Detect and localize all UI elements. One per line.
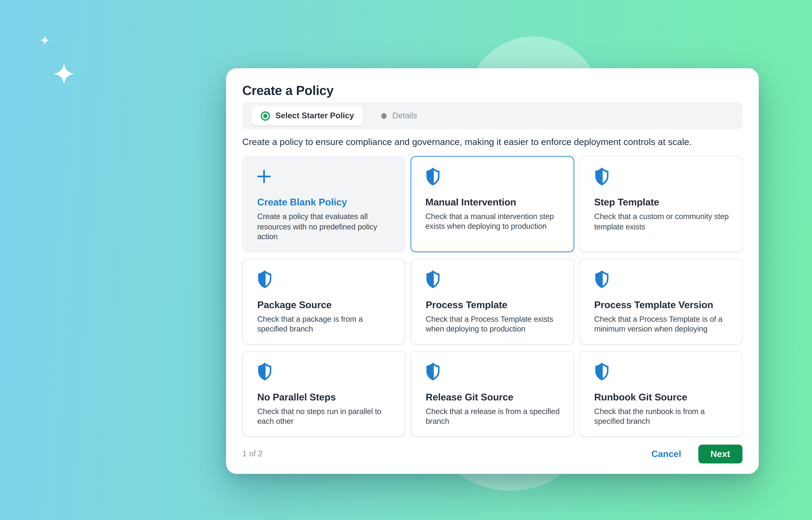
card-title: Manual Intervention — [425, 195, 561, 208]
stepper-step-details[interactable]: Details — [381, 111, 417, 120]
card-icon-slot — [257, 167, 392, 186]
page-indicator: 1 of 2 — [242, 449, 262, 458]
stepper-step-label: Details — [392, 111, 417, 120]
shield-icon — [594, 269, 609, 288]
shield-icon — [425, 167, 440, 186]
card-icon-slot — [425, 167, 561, 186]
modal-footer: 1 of 2 Cancel Next — [242, 444, 743, 466]
card-description: Check that a Process Template is of a mi… — [594, 314, 729, 334]
card-title: Release Git Source — [426, 390, 560, 403]
card-title: Process Template — [426, 298, 560, 310]
stepper: Select Starter Policy Details — [242, 102, 743, 129]
card-description: Check that the runbook is from a specifi… — [594, 407, 729, 427]
card-icon-slot — [426, 269, 560, 288]
card-icon-slot — [594, 167, 729, 186]
card-title: Process Template Version — [594, 298, 729, 310]
step-dot-icon — [381, 113, 387, 119]
card-description: Create a policy that evaluates all resou… — [257, 212, 392, 242]
shield-icon — [594, 362, 609, 381]
shield-icon — [594, 167, 609, 186]
policy-card-runbook-git-source[interactable]: Runbook Git Source Check that the runboo… — [579, 351, 743, 437]
card-title: No Parallel Steps — [257, 390, 392, 403]
policy-card-step-template[interactable]: Step Template Check that a custom or com… — [579, 156, 743, 252]
card-icon-slot — [257, 362, 392, 381]
create-policy-modal: Create a Policy Select Starter Policy De… — [226, 68, 759, 473]
shield-icon — [257, 269, 272, 288]
sparkle-icon — [53, 63, 75, 84]
policy-card-grid: Create Blank Policy Create a policy that… — [242, 156, 743, 437]
cancel-button[interactable]: Cancel — [651, 448, 681, 459]
card-icon-slot — [426, 362, 560, 381]
next-button[interactable]: Next — [698, 444, 743, 463]
card-description: Check that a package is from a specified… — [257, 314, 392, 334]
stepper-step-select-starter-policy[interactable]: Select Starter Policy — [251, 106, 363, 126]
card-description: Check that a manual intervention step ex… — [425, 212, 561, 232]
modal-title: Create a Policy — [242, 82, 743, 98]
card-description: Check that a release is from a specified… — [426, 407, 560, 427]
policy-card-release-git-source[interactable]: Release Git Source Check that a release … — [411, 351, 574, 437]
stepper-step-label: Select Starter Policy — [275, 111, 354, 120]
card-title: Create Blank Policy — [257, 196, 392, 208]
page-background: Create a Policy Select Starter Policy De… — [0, 0, 812, 520]
shield-icon — [426, 269, 441, 288]
card-title: Runbook Git Source — [594, 390, 729, 403]
policy-card-no-parallel-steps[interactable]: No Parallel Steps Check that no steps ru… — [242, 351, 405, 437]
shield-icon — [257, 362, 272, 381]
policy-card-manual-intervention[interactable]: Manual Intervention Check that a manual … — [411, 156, 574, 252]
radio-selected-icon — [260, 111, 270, 121]
card-icon-slot — [257, 269, 392, 288]
card-description: Check that no steps run in parallel to e… — [257, 407, 392, 427]
sparkle-icon — [40, 36, 49, 45]
card-title: Step Template — [594, 196, 729, 208]
policy-card-process-template[interactable]: Process Template Check that a Process Te… — [411, 258, 574, 344]
modal-description: Create a policy to ensure compliance and… — [242, 136, 743, 148]
card-title: Package Source — [257, 298, 392, 310]
policy-card-package-source[interactable]: Package Source Check that a package is f… — [242, 258, 405, 344]
card-icon-slot — [594, 269, 729, 288]
policy-card-create-blank-policy[interactable]: Create Blank Policy Create a policy that… — [242, 156, 405, 252]
policy-card-process-template-version[interactable]: Process Template Version Check that a Pr… — [579, 258, 743, 344]
card-icon-slot — [594, 362, 729, 381]
plus-icon — [257, 170, 271, 183]
card-description: Check that a Process Template exists whe… — [426, 314, 560, 334]
card-description: Check that a custom or community step te… — [594, 212, 729, 232]
shield-icon — [426, 362, 441, 381]
